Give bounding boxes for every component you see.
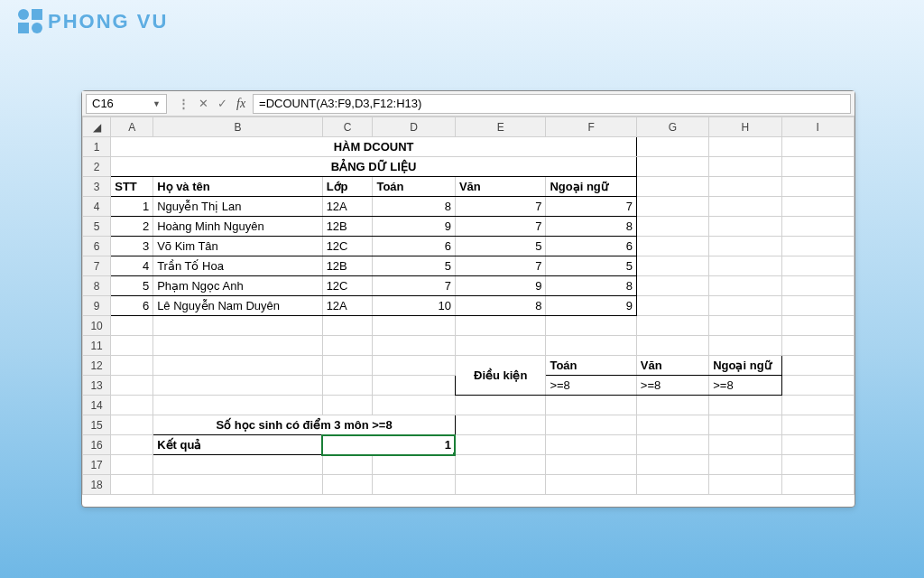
select-all-corner[interactable]: ◢ (83, 117, 111, 137)
divider-icon: ⋮ (178, 97, 189, 110)
logo-text: PHONG VU (48, 10, 168, 33)
cell[interactable]: 12C (322, 237, 373, 256)
title-sub[interactable]: BẢNG DỮ LIỆU (111, 157, 637, 177)
criteria-h1[interactable]: Toán (546, 356, 636, 376)
col-header[interactable]: G (636, 117, 708, 137)
result-label[interactable]: Kết quả (153, 435, 323, 455)
hdr-class[interactable]: Lớp (322, 177, 373, 197)
row-header[interactable]: 10 (83, 316, 111, 336)
row-header[interactable]: 14 (83, 396, 111, 415)
cell[interactable]: 6 (111, 296, 153, 316)
cell[interactable]: Phạm Ngọc Anh (153, 276, 323, 296)
formula-text: =DCOUNT(A3:F9,D3,F12:H13) (259, 97, 421, 110)
cell[interactable]: Trần Tố Hoa (153, 256, 323, 276)
brand-logo: PHONG VU (18, 9, 168, 33)
row-header[interactable]: 13 (83, 376, 111, 396)
row-header[interactable]: 8 (83, 276, 111, 296)
col-header[interactable]: H (709, 117, 781, 137)
enter-icon[interactable]: ✓ (217, 97, 227, 110)
formula-input[interactable]: =DCOUNT(A3:F9,D3,F12:H13) (253, 94, 851, 114)
hdr-stt[interactable]: STT (111, 177, 153, 197)
cell[interactable]: 7 (455, 217, 545, 237)
cell[interactable]: 10 (373, 296, 456, 316)
spreadsheet-grid[interactable]: ◢ A B C D E F G H I 1 HÀM DCOUNT 2 BẢNG (82, 117, 855, 507)
logo-icon (18, 9, 42, 33)
cell[interactable]: 5 (546, 256, 636, 276)
cell[interactable]: 7 (373, 276, 456, 296)
cell[interactable]: 1 (111, 197, 153, 217)
row-header[interactable]: 11 (83, 336, 111, 356)
criteria-v1[interactable]: >=8 (546, 376, 636, 396)
row-header[interactable]: 6 (83, 237, 111, 256)
cell[interactable]: 3 (111, 237, 153, 256)
col-header[interactable]: I (781, 117, 854, 137)
cell[interactable]: 5 (111, 276, 153, 296)
col-header[interactable]: B (153, 117, 323, 137)
summary-caption[interactable]: Số học sinh có điểm 3 môn >=8 (153, 415, 456, 435)
name-box[interactable]: C16 ▼ (86, 94, 167, 114)
cell[interactable]: 6 (546, 237, 636, 256)
row-header[interactable]: 17 (83, 455, 111, 475)
row-header[interactable]: 12 (83, 356, 111, 376)
cell[interactable]: 12C (322, 276, 373, 296)
row-header[interactable]: 9 (83, 296, 111, 316)
col-header[interactable]: A (111, 117, 153, 137)
cell[interactable]: Võ Kim Tân (153, 237, 323, 256)
row-header[interactable]: 18 (83, 475, 111, 495)
hdr-lit[interactable]: Văn (455, 177, 545, 197)
cell[interactable]: 8 (546, 276, 636, 296)
cell[interactable]: 4 (111, 256, 153, 276)
cell[interactable]: 8 (373, 197, 456, 217)
cell[interactable]: 9 (546, 296, 636, 316)
cell[interactable]: 9 (455, 276, 545, 296)
criteria-label[interactable]: Điều kiện (455, 356, 545, 396)
row-header[interactable]: 15 (83, 415, 111, 435)
formula-bar: C16 ▼ ⋮ ✕ ✓ fx =DCOUNT(A3:F9,D3,F12:H13) (82, 91, 855, 117)
hdr-math[interactable]: Toán (373, 177, 456, 197)
row-header[interactable]: 5 (83, 217, 111, 237)
row-header[interactable]: 2 (83, 157, 111, 177)
formula-bar-icons: ⋮ ✕ ✓ fx (171, 97, 253, 111)
cancel-icon[interactable]: ✕ (199, 97, 208, 110)
cell[interactable]: 5 (455, 237, 545, 256)
cell[interactable]: 2 (111, 217, 153, 237)
cell[interactable]: 12B (322, 217, 373, 237)
column-headers: ◢ A B C D E F G H I (83, 117, 855, 137)
criteria-v2[interactable]: >=8 (636, 376, 708, 396)
cell[interactable]: Nguyễn Thị Lan (153, 197, 323, 217)
cell[interactable]: 7 (455, 256, 545, 276)
criteria-h2[interactable]: Văn (636, 356, 708, 376)
row-header[interactable]: 1 (83, 137, 111, 157)
hdr-name[interactable]: Họ và tên (153, 177, 323, 197)
cell[interactable]: 8 (455, 296, 545, 316)
cell[interactable]: 5 (373, 256, 456, 276)
title-main[interactable]: HÀM DCOUNT (111, 137, 637, 157)
row-header[interactable]: 7 (83, 256, 111, 276)
fx-icon[interactable]: fx (236, 97, 245, 111)
cell[interactable]: Lê Nguyễn Nam Duyên (153, 296, 323, 316)
cell[interactable]: 12A (322, 197, 373, 217)
cell[interactable]: 9 (373, 217, 456, 237)
criteria-h3[interactable]: Ngoại ngữ (709, 356, 781, 376)
name-box-value: C16 (92, 97, 114, 110)
excel-window: C16 ▼ ⋮ ✕ ✓ fx =DCOUNT(A3:F9,D3,F12:H13)… (81, 90, 855, 508)
row-header[interactable]: 3 (83, 177, 111, 197)
col-header[interactable]: E (455, 117, 545, 137)
cell[interactable]: 7 (546, 197, 636, 217)
result-cell[interactable]: 1 (322, 435, 455, 455)
cell[interactable]: 12A (322, 296, 373, 316)
cell[interactable]: 12B (322, 256, 373, 276)
dropdown-icon[interactable]: ▼ (152, 99, 161, 108)
hdr-lang[interactable]: Ngoại ngữ (546, 177, 636, 197)
cell[interactable]: Hoàng Minh Nguyên (153, 217, 323, 237)
row-header[interactable]: 16 (83, 435, 111, 455)
cell[interactable]: 6 (373, 237, 456, 256)
cell[interactable]: 8 (546, 217, 636, 237)
col-header[interactable]: D (373, 117, 456, 137)
row-header[interactable]: 4 (83, 197, 111, 217)
cell[interactable]: 7 (455, 197, 545, 217)
criteria-v3[interactable]: >=8 (709, 376, 781, 396)
col-header[interactable]: F (546, 117, 636, 137)
col-header[interactable]: C (322, 117, 373, 137)
